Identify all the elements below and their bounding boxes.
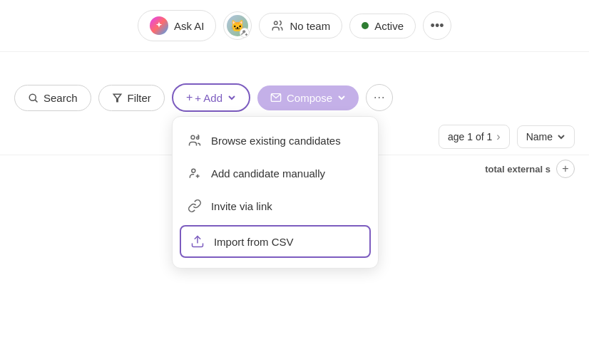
pagination-control[interactable]: age 1 of 1 › xyxy=(439,125,510,149)
toolbar-more-button[interactable]: ··· xyxy=(366,84,393,111)
ask-ai-label: Ask AI xyxy=(174,20,205,32)
active-dot-icon xyxy=(362,22,369,29)
invite-link-icon xyxy=(187,198,203,214)
invite-link-label: Invite via link xyxy=(211,200,272,212)
svg-point-1 xyxy=(275,21,278,25)
add-plus-icon: + xyxy=(186,91,193,104)
compose-button[interactable]: Compose xyxy=(257,85,359,110)
dropdown-item-csv[interactable]: Import from CSV xyxy=(180,225,371,258)
sort-chevron-down-icon xyxy=(557,132,565,141)
search-icon xyxy=(28,93,39,103)
filter-button[interactable]: Filter xyxy=(98,85,165,111)
no-team-label: No team xyxy=(290,20,330,32)
import-csv-icon xyxy=(190,234,205,249)
add-column-icon: + xyxy=(562,162,568,175)
active-button[interactable]: Active xyxy=(349,14,416,38)
filter-label: Filter xyxy=(128,92,151,104)
svg-line-3 xyxy=(35,100,37,102)
person-add-icon xyxy=(241,29,248,36)
add-dropdown-container: + + Add Browse existing can xyxy=(172,83,250,112)
avatar-button[interactable]: 🐱 xyxy=(223,11,252,40)
sort-label: Name xyxy=(526,131,553,142)
filter-icon xyxy=(112,93,123,103)
sparkle-icon xyxy=(154,21,164,31)
svg-point-2 xyxy=(29,94,36,100)
add-manually-icon xyxy=(187,165,203,181)
dropdown-item-browse[interactable]: Browse existing candidates xyxy=(173,124,378,157)
chevron-right-icon: › xyxy=(496,130,500,143)
svg-marker-4 xyxy=(113,94,121,102)
more-dots: ••• xyxy=(431,19,444,33)
add-label: + Add xyxy=(195,92,222,104)
pagination-text: age 1 of 1 xyxy=(448,131,492,142)
ask-ai-button[interactable]: Ask AI xyxy=(138,10,217,41)
top-bar: Ask AI 🐱 No team Active ••• xyxy=(0,0,589,52)
chevron-down-icon xyxy=(227,93,236,102)
compose-chevron-down-icon xyxy=(337,93,346,102)
toolbar-more-icon: ··· xyxy=(374,91,385,104)
ask-ai-icon xyxy=(150,16,168,35)
svg-point-7 xyxy=(192,169,195,172)
add-dropdown-menu: Browse existing candidates Add candidate… xyxy=(172,116,379,269)
active-label: Active xyxy=(374,20,404,32)
no-team-button[interactable]: No team xyxy=(259,13,342,38)
add-column-button[interactable]: + xyxy=(556,160,575,178)
compose-label: Compose xyxy=(287,92,332,104)
search-label: Search xyxy=(43,92,78,104)
add-manually-label: Add candidate manually xyxy=(211,167,325,180)
team-icon xyxy=(271,19,284,32)
sort-button[interactable]: Name xyxy=(517,125,575,148)
browse-candidates-label: Browse existing candidates xyxy=(211,135,341,147)
col-header-external: total external s xyxy=(485,164,550,175)
svg-point-5 xyxy=(191,135,195,139)
compose-icon xyxy=(270,92,282,103)
add-button[interactable]: + + Add xyxy=(172,83,250,112)
spacer xyxy=(0,52,589,72)
search-button[interactable]: Search xyxy=(14,85,91,111)
browse-candidates-icon xyxy=(187,132,203,148)
dropdown-item-link[interactable]: Invite via link xyxy=(173,189,378,222)
avatar-badge xyxy=(240,28,250,38)
more-button[interactable]: ••• xyxy=(423,11,451,40)
toolbar: Search Filter + + Add xyxy=(0,72,589,119)
dropdown-item-manually[interactable]: Add candidate manually xyxy=(173,157,378,189)
import-csv-label: Import from CSV xyxy=(214,236,294,248)
